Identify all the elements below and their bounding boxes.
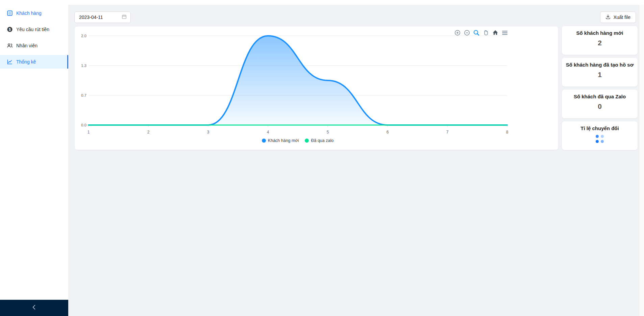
y-axis-label: 0.0 (81, 123, 86, 127)
x-axis-label: 6 (387, 130, 389, 135)
chart-svg[interactable]: 2.01.30.70.012345678 (75, 26, 558, 150)
x-axis-label: 2 (147, 130, 150, 135)
sidebar-item-yeu-cau-rut-tien[interactable]: $ Yêu cầu rút tiền (0, 23, 68, 36)
stat-title: Số khách hàng mới (576, 30, 623, 36)
stat-card-zalo-customers: Số khách đã qua Zalo 0 (562, 90, 638, 118)
stat-card-profiles-created: Số khách hàng đã tạo hồ sơ 1 (562, 58, 638, 87)
export-file-label: Xuất file (613, 15, 630, 20)
app-root: Khách hàng $ Yêu cầu rút tiền (0, 0, 644, 316)
legend-item-khach-hang-moi[interactable]: Khách hàng mới (262, 138, 299, 143)
x-axis-label: 3 (207, 130, 209, 135)
reset-zoom-home-icon[interactable] (492, 29, 499, 36)
zoom-out-icon[interactable] (463, 29, 470, 36)
y-axis-label: 2.0 (81, 34, 86, 38)
sidebar-item-label: Khách hàng (16, 10, 42, 16)
legend-label: Đã qua zalo (311, 138, 333, 143)
chart-legend: Khách hàng mới Đã qua zalo (75, 138, 521, 143)
stat-title: Tỉ lệ chuyển đổi (580, 125, 619, 131)
export-file-button[interactable]: Xuất file (600, 11, 636, 23)
chart-card: 2.01.30.70.012345678 Khách hàng mới Đã q… (74, 26, 559, 150)
x-axis-label: 5 (327, 130, 329, 135)
sidebar: Khách hàng $ Yêu cầu rút tiền (0, 0, 68, 316)
stat-title: Số khách đã qua Zalo (574, 94, 626, 99)
sidebar-item-label: Thống kê (16, 59, 36, 65)
x-axis-label: 7 (446, 130, 449, 135)
calendar-icon (122, 14, 127, 21)
date-input[interactable] (78, 14, 122, 20)
stat-cards: Số khách hàng mới 2 Số khách hàng đã tạo… (562, 26, 638, 150)
y-axis-label: 1.3 (81, 64, 86, 68)
sidebar-item-thong-ke[interactable]: Thống kê (0, 55, 68, 69)
sidebar-item-label: Yêu cầu rút tiền (16, 27, 49, 32)
stat-value: 0 (598, 102, 602, 111)
x-axis-label: 4 (267, 130, 269, 135)
vertical-scrollbar[interactable] (639, 5, 644, 316)
legend-dot-blue (262, 139, 266, 143)
selection-zoom-icon[interactable] (473, 29, 480, 36)
x-axis-label: 1 (88, 130, 90, 135)
x-axis-label: 8 (506, 130, 509, 135)
chart-toolbar (454, 29, 508, 36)
stat-title: Số khách hàng đã tạo hồ sơ (566, 62, 634, 68)
legend-label: Khách hàng mới (268, 138, 299, 143)
date-picker[interactable] (74, 11, 131, 23)
sidebar-collapse-button[interactable] (0, 300, 68, 316)
svg-text:$: $ (9, 27, 11, 31)
chevron-left-icon (31, 304, 37, 312)
stat-card-conversion-rate: Tỉ lệ chuyển đổi (562, 121, 638, 150)
statistics-icon (7, 59, 13, 65)
withdrawal-icon: $ (7, 26, 13, 32)
area-fill (89, 36, 507, 125)
pan-icon[interactable] (482, 29, 489, 36)
sidebar-item-khach-hang[interactable]: Khách hàng (0, 6, 68, 20)
download-icon (605, 14, 611, 20)
legend-dot-green (305, 139, 309, 143)
sidebar-item-nhan-vien[interactable]: Nhân viên (0, 39, 68, 52)
legend-item-da-qua-zalo[interactable]: Đã qua zalo (305, 138, 333, 143)
staff-icon (7, 43, 13, 49)
stat-value: 2 (598, 39, 602, 47)
menu-icon[interactable] (501, 29, 508, 36)
y-axis-label: 0.7 (81, 93, 86, 97)
stat-value: 1 (598, 71, 602, 79)
sidebar-item-label: Nhân viên (16, 43, 38, 48)
sidebar-menu: Khách hàng $ Yêu cầu rút tiền (0, 0, 68, 69)
loading-spinner (595, 135, 604, 143)
zoom-in-icon[interactable] (454, 29, 461, 36)
customers-icon (7, 10, 13, 16)
stat-card-new-customers: Số khách hàng mới 2 (562, 26, 638, 55)
